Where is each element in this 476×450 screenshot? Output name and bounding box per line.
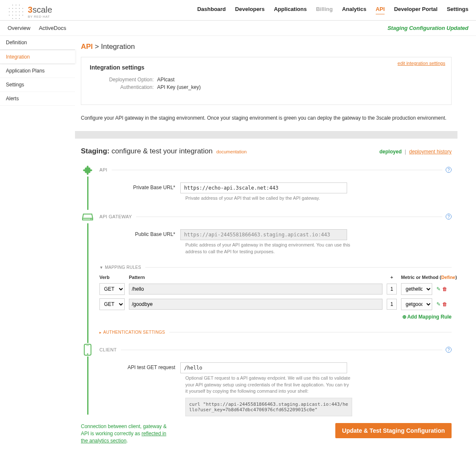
- puzzle-icon: [81, 163, 94, 177]
- sidebar: Definition Integration Application Plans…: [0, 36, 75, 449]
- nav-api[interactable]: API: [376, 6, 385, 14]
- staging-header: Staging: configure & test your integrati…: [81, 147, 452, 155]
- increment-input[interactable]: [387, 299, 397, 310]
- chevron-down-icon[interactable]: ▼: [99, 265, 103, 270]
- connection-status: Connection between client, gateway & API…: [81, 423, 174, 444]
- trash-icon[interactable]: 🗑: [442, 301, 447, 307]
- gateway-icon: [81, 210, 94, 223]
- help-icon[interactable]: ?: [446, 347, 452, 353]
- nav-settings[interactable]: Settings: [447, 6, 468, 14]
- brand-name: 3scale: [28, 5, 52, 15]
- deployment-option-label: Deployment Option:: [90, 77, 157, 83]
- pattern-input[interactable]: [129, 284, 382, 295]
- breadcrumb-root[interactable]: API: [81, 43, 93, 51]
- integration-settings-panel: edit integration settings Integration se…: [81, 57, 452, 105]
- brand-byline: BY RED HAT: [28, 15, 52, 19]
- sidebar-item-alerts[interactable]: Alerts: [0, 92, 75, 106]
- main-content: API > Integration edit integration setti…: [75, 36, 476, 449]
- auth-settings-label[interactable]: AUTHENTICATION SETTINGS: [103, 330, 165, 335]
- edit-integration-settings-link[interactable]: edit integration settings: [398, 61, 445, 66]
- authentication-value: API Key (user_key): [157, 84, 201, 90]
- subnav-activedocs[interactable]: ActiveDocs: [39, 25, 66, 31]
- pattern-input[interactable]: [129, 299, 382, 310]
- gateway-section-label: API GATEWAY: [99, 214, 132, 219]
- verb-select[interactable]: GET: [99, 298, 125, 310]
- header: 3scale BY RED HAT Dashboard Developers A…: [0, 0, 476, 21]
- svg-point-1: [91, 219, 91, 220]
- deployment-history-link[interactable]: deployment history: [409, 149, 452, 155]
- authentication-label: Authentication:: [90, 84, 157, 90]
- nav-developers[interactable]: Developers: [235, 6, 265, 14]
- api-test-label: API test GET request: [99, 362, 180, 370]
- chevron-right-icon[interactable]: ▸: [99, 330, 102, 335]
- nav-billing[interactable]: Billing: [316, 6, 333, 14]
- deployment-option-value: APIcast: [157, 77, 174, 83]
- plus-icon: ⊕: [402, 314, 406, 320]
- sidebar-item-settings[interactable]: Settings: [0, 78, 75, 92]
- nav-dashboard[interactable]: Dashboard: [197, 6, 226, 14]
- public-base-url-input: [180, 229, 347, 240]
- metric-select[interactable]: gethello: [401, 283, 432, 295]
- flow-diagram: API ? Private Base URL* Private address …: [81, 163, 452, 416]
- col-pattern: Pattern: [129, 275, 382, 280]
- sidebar-item-integration[interactable]: Integration: [0, 50, 75, 64]
- api-test-input[interactable]: [180, 362, 347, 373]
- private-base-url-label: Private Base URL*: [99, 182, 180, 190]
- public-base-url-hint: Public address of your API gateway in th…: [185, 242, 352, 255]
- logo-icon: [8, 3, 24, 20]
- nav-analytics[interactable]: Analytics: [342, 6, 366, 14]
- update-test-staging-button[interactable]: Update & Test Staging Configuration: [335, 423, 452, 438]
- mobile-icon: [81, 343, 94, 356]
- sub-nav: Overview ActiveDocs: [8, 25, 66, 31]
- col-metric: Metric or Method (Define): [401, 275, 432, 280]
- public-base-url-label: Public Base URL*: [99, 229, 180, 237]
- subnav-overview[interactable]: Overview: [8, 25, 30, 31]
- sub-bar: Overview ActiveDocs Staging Configuratio…: [0, 21, 476, 36]
- help-icon[interactable]: ?: [446, 214, 452, 220]
- increment-input[interactable]: [387, 284, 397, 295]
- top-nav: Dashboard Developers Applications Billin…: [197, 6, 468, 18]
- col-verb: Verb: [99, 275, 125, 280]
- add-mapping-rule-link[interactable]: ⊕Add Mapping Rule: [402, 314, 452, 320]
- logo[interactable]: 3scale BY RED HAT: [8, 3, 52, 20]
- client-section-label: CLIENT: [99, 347, 117, 352]
- breadcrumb-page: Integration: [101, 43, 135, 51]
- svg-point-3: [87, 354, 88, 355]
- status-message: Staging Configuration Updated: [388, 25, 468, 31]
- staging-title-bold: Staging:: [81, 147, 110, 155]
- edit-icon[interactable]: ✎: [436, 301, 441, 307]
- mapping-rules-table: Verb Pattern + Metric or Method (Define)…: [99, 275, 452, 310]
- trash-icon[interactable]: 🗑: [442, 286, 447, 292]
- metric-select[interactable]: getgoodby: [401, 298, 432, 310]
- panel-title: Integration settings: [90, 64, 443, 71]
- api-test-hint: Optional GET request to a API gateway en…: [185, 375, 352, 394]
- nav-applications[interactable]: Applications: [274, 6, 307, 14]
- deployed-status: deployed: [380, 149, 402, 155]
- documentation-link[interactable]: documentation: [217, 149, 247, 154]
- col-plus: +: [387, 275, 397, 280]
- mapping-row: GET getgoodby ✎ 🗑: [99, 298, 452, 310]
- mapping-rules-label: MAPPING RULES: [105, 265, 141, 270]
- help-icon[interactable]: ?: [446, 167, 452, 173]
- api-section-label: API: [99, 167, 107, 172]
- private-base-url-input[interactable]: [180, 182, 347, 193]
- verb-select[interactable]: GET: [99, 283, 125, 295]
- configure-blurb: Configure your API gateway in the stagin…: [81, 115, 452, 121]
- mapping-row: GET gethello ✎ 🗑: [99, 283, 452, 295]
- private-base-url-hint: Private address of your API that will be…: [185, 195, 452, 201]
- staging-title-rest: configure & test your integration: [112, 147, 213, 155]
- sidebar-item-definition[interactable]: Definition: [0, 36, 75, 50]
- curl-command: curl "https://api-2445581866463.staging.…: [185, 398, 352, 416]
- breadcrumb: API > Integration: [81, 40, 452, 57]
- edit-icon[interactable]: ✎: [436, 286, 441, 292]
- nav-developer-portal[interactable]: Developer Portal: [394, 6, 437, 14]
- divider-bar: [75, 131, 457, 139]
- sidebar-item-application-plans[interactable]: Application Plans: [0, 64, 75, 78]
- footer-row: Connection between client, gateway & API…: [81, 423, 452, 444]
